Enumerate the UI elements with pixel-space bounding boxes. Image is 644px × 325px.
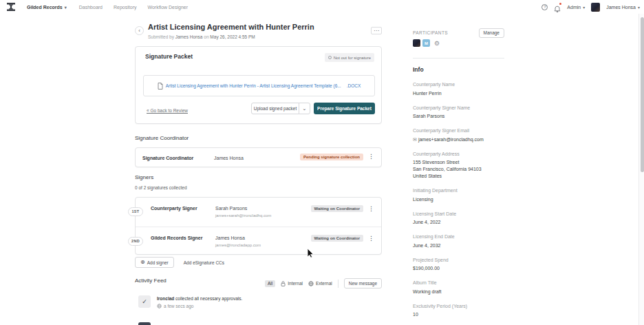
coordinator-menu-button[interactable]: ⋮ [368, 153, 374, 160]
gear-icon[interactable]: ⚙ [434, 40, 440, 47]
chevron-down-icon: ▾ [583, 5, 585, 10]
signer-row: 2ND Gilded Records Signer James Honsa ja… [136, 227, 381, 255]
add-signer-button[interactable]: ⊕ Add signer [135, 257, 174, 268]
participant-avatar[interactable]: M [422, 39, 430, 47]
info-field: Counterparty Name Hunter Perrin [413, 82, 504, 97]
prepare-signature-packet-button[interactable]: Prepare Signature Packet [314, 103, 375, 114]
signer-email: james@ironcladapp.com [215, 243, 261, 247]
signer-actions: ⊕ Add signer Add eSignature CCs [135, 257, 224, 268]
chevron-down-icon: ▾ [65, 5, 67, 10]
feed-item-avatar-partial [138, 322, 151, 325]
coordinator-name: James Honsa [214, 156, 244, 160]
workspace-switcher[interactable]: Gilded Records ▾ [27, 5, 67, 10]
coordinator-status-badge: Pending signature collection [300, 154, 363, 160]
signer-name: Sarah Parsons [215, 206, 247, 211]
help-icon[interactable]: ? [541, 4, 548, 10]
coordinator-role: Signature Coordinator [142, 156, 193, 160]
scrollbar-track[interactable] [638, 14, 644, 325]
info-fields: Counterparty Name Hunter Perrin Counterp… [413, 82, 504, 318]
filter-all[interactable]: All [265, 280, 275, 287]
signer-menu-button[interactable]: ⋮ [368, 205, 374, 212]
signature-packet-title: Signature Packet [145, 53, 193, 60]
info-field: Counterparty Address 155 Stevenson Stree… [413, 151, 504, 180]
signature-packet-card: Signature Packet Not out for signature A… [135, 46, 382, 124]
workspace-name: Gilded Records [27, 5, 63, 10]
signers-section-title: Signers [135, 174, 153, 180]
filter-divider [338, 280, 339, 288]
signer-name: James Honsa [215, 235, 245, 240]
submitted-line: Submitted by James Honsa on May 26, 2022… [148, 34, 255, 39]
filter-external[interactable]: External [308, 281, 332, 286]
signer-status-badge: Waiting on Coordinator [311, 205, 363, 212]
signer-order-badge: 2ND [128, 237, 143, 246]
globe-icon [308, 281, 314, 286]
user-avatar[interactable] [591, 3, 600, 12]
upload-signed-packet-button[interactable]: Upload signed packet [251, 103, 299, 114]
signer-order-badge: 1ST [128, 207, 143, 216]
submitted-by: James Honsa [175, 34, 203, 39]
new-message-button[interactable]: New message [344, 278, 382, 289]
submitted-date: May 26, 2022 4:55 PM [210, 34, 255, 39]
info-field: Counterparty Signer Name Sarah Parsons [413, 105, 504, 120]
participants-avatars: M ⚙ [413, 39, 504, 47]
info-field: Licensing End Date June 4, 2032 [413, 234, 504, 249]
info-field: Exclusivity Period (Years) 10 [413, 304, 504, 319]
info-field: Initiating Department Licensing [413, 188, 504, 203]
document-name: Artist Licensing Agreement with Hunter P… [166, 83, 341, 88]
feed-item-time: a few secs ago [157, 304, 242, 308]
feed-item: ✓ Ironclad collected all necessary appro… [138, 295, 242, 308]
info-field: Projected Spend $190,000.00 [413, 258, 504, 273]
lock-icon [281, 281, 286, 286]
feed-item-text: Ironclad collected all necessary approva… [157, 296, 242, 301]
signers-card: 1ST Counterparty Signer Sarah Parsons ja… [135, 197, 382, 255]
nav-items: Dashboard Repository Workflow Designer [79, 5, 188, 10]
document-extension: .DOCX [347, 83, 361, 88]
info-field: Album Title Working draft [413, 280, 504, 295]
more-options-button[interactable]: ⋯ [371, 27, 382, 34]
globe-icon [157, 304, 162, 308]
status-circle-icon [328, 56, 332, 59]
right-sidebar: PARTICIPANTS Manage M ⚙ Info Counterpart… [413, 30, 504, 325]
signers-progress: 0 of 2 signatures collected [135, 185, 187, 190]
notification-dot [559, 3, 562, 6]
signer-role: Counterparty Signer [151, 206, 197, 211]
signer-role: Gilded Records Signer [151, 235, 202, 240]
notifications-bell-icon[interactable] [554, 3, 561, 11]
info-field: Counterparty Signer Email ✉james+sarah@i… [413, 128, 504, 143]
participant-avatar[interactable] [413, 39, 420, 47]
manage-participants-button[interactable]: Manage [479, 28, 505, 38]
signer-row: 1ST Counterparty Signer Sarah Parsons ja… [136, 198, 381, 227]
app-window: Gilded Records ▾ Dashboard Repository Wo… [0, 0, 644, 325]
scrollbar-thumb[interactable] [641, 17, 644, 172]
activity-feed-title: Activity Feed [135, 277, 167, 284]
user-menu[interactable]: James Honsa ▾ [606, 5, 640, 10]
ironclad-logo-icon[interactable] [6, 2, 16, 12]
signer-email: james+sarah@ironcladhq.com [215, 213, 271, 218]
envelope-icon: ✉ [413, 137, 417, 142]
nav-item-dashboard[interactable]: Dashboard [79, 5, 103, 10]
signer-status-badge: Waiting on Coordinator [311, 235, 363, 242]
info-section-title: Info [413, 66, 504, 73]
back-button[interactable]: ‹ [135, 26, 144, 35]
coordinator-section-title: Signature Coordinator [135, 135, 189, 141]
packet-document-link[interactable]: Artist Licensing Agreement with Hunter P… [143, 75, 375, 96]
go-back-to-review-link[interactable]: « Go back to Review [147, 108, 188, 113]
nav-item-workflow-designer[interactable]: Workflow Designer [147, 5, 188, 10]
chevron-down-icon: ▾ [638, 5, 640, 10]
top-nav: Gilded Records ▾ Dashboard Repository Wo… [0, 0, 644, 14]
add-esignature-ccs-button[interactable]: Add eSignature CCs [184, 260, 224, 265]
signer-menu-button[interactable]: ⋮ [368, 235, 374, 242]
feed-actor: Ironclad [157, 296, 174, 301]
document-icon [158, 83, 163, 90]
upload-dropdown-button[interactable]: ⌄ [299, 103, 310, 114]
nav-item-repository[interactable]: Repository [114, 5, 136, 10]
sidebar-divider [413, 58, 504, 59]
page-title: Artist Licensing Agreement with Hunter P… [148, 23, 314, 31]
activity-feed-filters: All Internal External New message [265, 278, 382, 289]
signature-status-pill: Not out for signature [325, 53, 374, 62]
mouse-cursor [307, 248, 314, 261]
info-field: Licensing Start Date June 4, 2022 [413, 211, 504, 227]
filter-internal[interactable]: Internal [281, 281, 303, 286]
plus-circle-icon: ⊕ [140, 260, 145, 265]
admin-menu[interactable]: Admin ▾ [567, 5, 585, 10]
